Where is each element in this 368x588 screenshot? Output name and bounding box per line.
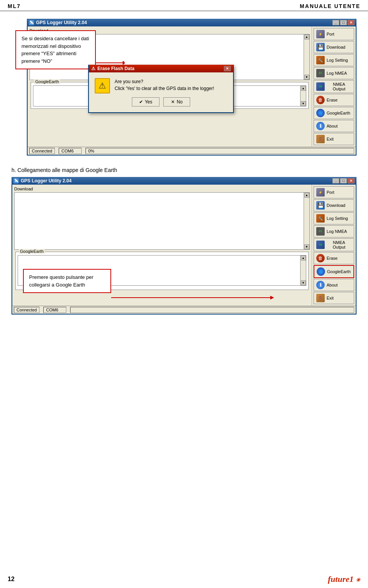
- scroll-up-2[interactable]: ▲: [304, 193, 309, 198]
- callout-arrow-2: [111, 294, 276, 301]
- nmea-output-icon-2: 10: [316, 241, 325, 249]
- brand-name: future1: [328, 574, 353, 584]
- port-icon-2: ⚡: [316, 188, 325, 197]
- no-x: ✕: [171, 99, 175, 105]
- port-btn-1[interactable]: ⚡ Port: [314, 28, 354, 40]
- about-icon-1: ℹ: [316, 122, 325, 130]
- exit-btn-2[interactable]: 🚪 Exit: [314, 292, 354, 304]
- about-btn-2[interactable]: ℹ About: [314, 279, 354, 291]
- scroll-down-1[interactable]: ▼: [304, 75, 309, 80]
- ge-scroll-up-2[interactable]: ▲: [301, 256, 306, 260]
- statusbar-1: Connected COM6 0%: [28, 147, 356, 155]
- close-btn-2[interactable]: ✕: [348, 178, 355, 183]
- erase-icon-2: 🗑: [316, 254, 325, 262]
- erase-btn-2[interactable]: 🗑 Erase: [314, 252, 354, 264]
- svg-marker-1: [123, 61, 125, 65]
- ge-panel-label-2: GoogleEarth: [19, 249, 45, 254]
- callout-text-2: Premere questo pulsante per collegarsi a…: [29, 274, 94, 288]
- google-earth-btn-1[interactable]: 🌐 GoogleEarth: [314, 107, 354, 119]
- log-setting-icon-2: 🔧: [316, 214, 325, 223]
- app-name: ML7: [8, 3, 21, 9]
- download-icon-2: 💾: [316, 201, 325, 210]
- win-controls-2: _ □ ✕: [332, 178, 355, 183]
- dialog-msg-row: ⚠ Are you sure? Click 'Yes' to clear all…: [95, 78, 227, 93]
- ge-scroll-up-1[interactable]: ▲: [301, 86, 306, 91]
- minimize-btn-2[interactable]: _: [332, 178, 339, 183]
- erase-icon-1: 🗑: [316, 96, 325, 104]
- port-icon-1: ⚡: [316, 30, 325, 38]
- download-icon-1: 💾: [316, 43, 325, 51]
- callout-box-2: Premere questo pulsante per collegarsi a…: [23, 269, 111, 293]
- window-title-2: GPS Logger Utility 2.04: [21, 178, 72, 183]
- dialog-buttons: ✔ Yes ✕ No: [95, 97, 227, 106]
- nmea-output-btn-2[interactable]: 10 NMEA Output: [314, 238, 354, 251]
- google-earth-btn-2[interactable]: 🌐 GoogleEarth: [314, 265, 354, 278]
- dialog-text: Are you sure? Click 'Yes' to clear all t…: [115, 78, 214, 92]
- page-header: ML7 MANUALE UTENTE: [0, 0, 368, 11]
- warning-icon: ⚠: [95, 78, 110, 93]
- log-nmea-btn-2[interactable]: 01 Log NMEA: [314, 225, 354, 237]
- callout-box-1: Se si desidera cancellare i dati memoriz…: [15, 30, 96, 69]
- erase-btn-1[interactable]: 🗑 Erase: [314, 94, 354, 106]
- minimize-btn-1[interactable]: _: [332, 20, 339, 25]
- scrollbar-2[interactable]: ▲ ▼: [304, 193, 309, 249]
- port-btn-2[interactable]: ⚡ Port: [314, 186, 354, 198]
- tab-download-2: Download: [14, 187, 310, 191]
- log-nmea-btn-1[interactable]: 01 Log NMEA: [314, 67, 354, 79]
- brand-star: ✳: [356, 577, 360, 583]
- log-nmea-icon-2: 01: [316, 227, 325, 236]
- app-icon-1: 🛰: [29, 20, 34, 25]
- ge-panel-label-1: GoogleEarth: [34, 79, 60, 84]
- ge-scrollbar-1[interactable]: ▲ ▼: [300, 86, 306, 106]
- manual-title: MANUALE UTENTE: [300, 3, 360, 9]
- nmea-output-icon-1: 10: [316, 82, 325, 91]
- page-footer: 12 future1 ✳: [0, 574, 368, 584]
- dialog-line1: Are you sure?: [115, 78, 214, 85]
- status-com-2: COM6: [43, 307, 66, 313]
- log-setting-btn-1[interactable]: 🔧 Log Setting: [314, 54, 354, 66]
- erase-dialog: ⚠ Erase Flash Data ✕ ⚠ Are you sure? Cli…: [88, 65, 234, 113]
- close-btn-1[interactable]: ✕: [348, 20, 355, 25]
- restore-btn-1[interactable]: □: [340, 20, 347, 25]
- svg-marker-3: [270, 296, 274, 300]
- restore-btn-2[interactable]: □: [340, 178, 347, 183]
- win-controls-1: _ □ ✕: [332, 20, 355, 25]
- status-connected-2: Connected: [14, 307, 39, 313]
- app-icon-2: 🛰: [13, 178, 19, 183]
- dialog-line2: Click 'Yes' to clear all the GPS data in…: [115, 85, 214, 92]
- exit-icon-2: 🚪: [316, 294, 325, 302]
- google-earth-icon-2: 🌐: [317, 267, 325, 276]
- status-com-1: COM6: [59, 148, 82, 154]
- titlebar-2: 🛰 GPS Logger Utility 2.04 _ □ ✕: [12, 177, 356, 185]
- log-nmea-icon-1: 01: [316, 69, 325, 77]
- no-btn[interactable]: ✕ No: [163, 97, 190, 106]
- dialog-titlebar: ⚠ Erase Flash Data ✕: [89, 65, 233, 72]
- window-title-1: GPS Logger Utility 2.04: [36, 20, 87, 25]
- section2: Premere questo pulsante per collegarsi a…: [12, 177, 356, 314]
- dialog-title-icon: ⚠: [91, 66, 95, 71]
- scrollbar-1[interactable]: ▲ ▼: [304, 34, 309, 80]
- download-btn-2[interactable]: 💾 Download: [314, 199, 354, 211]
- exit-icon-1: 🚪: [316, 135, 325, 143]
- status-connected-1: Connected: [29, 148, 55, 154]
- sidebar-1: ⚡ Port 💾 Download 🔧 Log Setting 01: [312, 26, 356, 147]
- log-setting-btn-2[interactable]: 🔧 Log Setting: [314, 212, 354, 224]
- exit-btn-1[interactable]: 🚪 Exit: [314, 133, 354, 145]
- callout-text-1: Se si desidera cancellare i dati memoriz…: [21, 36, 89, 64]
- scroll-up-1[interactable]: ▲: [304, 34, 309, 39]
- about-icon-2: ℹ: [316, 281, 325, 289]
- download-btn-1[interactable]: 💾 Download: [314, 41, 354, 53]
- section1: Se si desidera cancellare i dati memoriz…: [12, 19, 356, 156]
- download-area-2: ▲ ▼: [14, 192, 310, 250]
- yes-btn[interactable]: ✔ Yes: [132, 97, 160, 106]
- scroll-down-2[interactable]: ▼: [304, 244, 309, 249]
- dialog-title: Erase Flash Data: [97, 66, 135, 71]
- progress-cell-2: [70, 307, 354, 313]
- dialog-close-btn[interactable]: ✕: [224, 66, 231, 71]
- about-btn-1[interactable]: ℹ About: [314, 120, 354, 132]
- dialog-body: ⚠ Are you sure? Click 'Yes' to clear all…: [89, 72, 233, 112]
- ge-scrollbar-2[interactable]: ▲ ▼: [300, 256, 306, 285]
- ge-scroll-down-2[interactable]: ▼: [301, 280, 306, 285]
- nmea-output-btn-1[interactable]: 10 NMEA Output: [314, 80, 354, 93]
- ge-scroll-down-1[interactable]: ▼: [301, 101, 306, 106]
